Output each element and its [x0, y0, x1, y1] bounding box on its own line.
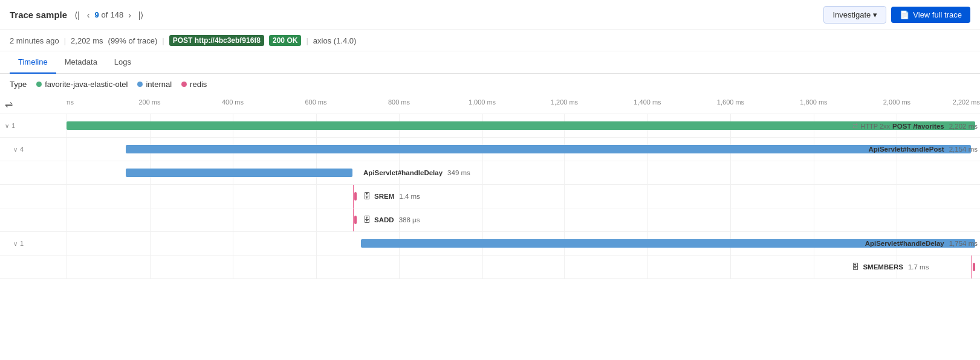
- span-bar: [354, 216, 357, 224]
- span-name: ApiServlet#handleDelay: [363, 169, 443, 176]
- grid-line: [730, 208, 731, 231]
- nav-next-button[interactable]: ›: [126, 9, 134, 21]
- scale-tick: 600 ms: [305, 98, 326, 106]
- grid-line: [316, 256, 317, 278]
- grid-line: [482, 161, 483, 184]
- grid-line: [647, 208, 648, 231]
- meta-bar: 2 minutes ago | 2,202 ms (99% of trace) …: [0, 30, 980, 51]
- span-label: 🗄SMEMBERS1.7 ms: [852, 263, 929, 271]
- db-icon: 🗄: [363, 216, 371, 224]
- span-bar: [126, 145, 971, 153]
- grid-line: [814, 208, 814, 231]
- grid-line: [150, 185, 151, 208]
- tab-metadata[interactable]: Metadata: [56, 51, 106, 74]
- of-label: of: [102, 10, 108, 19]
- grid-line: [233, 185, 233, 208]
- span-duration: 2,154 ms: [949, 146, 978, 153]
- view-full-label: View full trace: [913, 10, 962, 19]
- legend-label-redis: redis: [190, 80, 207, 89]
- grid-line: [233, 232, 233, 255]
- type-label: Type: [10, 80, 27, 89]
- page-title: Trace sample: [10, 10, 67, 20]
- timeline-scroll[interactable]: ⇌ 0 ms200 ms400 ms600 ms800 ms1,000 ms1,…: [0, 95, 980, 279]
- scale-tick: 1,600 ms: [717, 98, 744, 106]
- span-name: SREM: [374, 193, 394, 200]
- document-icon: 📄: [900, 10, 909, 19]
- nav-first-button[interactable]: ⟨|: [72, 9, 82, 21]
- grid-line: [316, 208, 317, 231]
- dot-internal: [137, 82, 143, 87]
- table-row: ApiServlet#handleDelay349 ms: [0, 161, 980, 185]
- grid-line: [897, 208, 897, 231]
- row-label: ∨1: [0, 237, 67, 249]
- row-label: ∨4: [0, 143, 67, 155]
- grid-line: [316, 232, 317, 255]
- filter-icon[interactable]: ⇌: [5, 98, 13, 110]
- tab-timeline[interactable]: Timeline: [10, 51, 56, 74]
- row-count: 1: [11, 122, 15, 129]
- table-row: 🗄SMEMBERS1.7 ms: [0, 256, 980, 279]
- nav-prev-button[interactable]: ‹: [85, 9, 92, 21]
- span-label: ApiServlet#handleDelay349 ms: [363, 169, 470, 176]
- grid-line: [814, 256, 814, 278]
- tab-logs[interactable]: Logs: [106, 51, 140, 74]
- grid-line: [67, 161, 67, 184]
- table-row: 🗄SADD388 μs: [0, 208, 980, 232]
- investigate-label: Investigate: [832, 10, 871, 19]
- grid-line: [647, 185, 648, 208]
- span-duration: 2,202 ms: [949, 122, 978, 129]
- row-content: ApiServlet#handleDelay349 ms: [67, 161, 980, 184]
- span-bar: [67, 121, 975, 130]
- investigate-button[interactable]: Investigate ▾: [823, 6, 886, 24]
- nav-controls: ⟨| ‹ 9 of 148 › |⟩: [72, 9, 146, 21]
- header-right: Investigate ▾ 📄 View full trace: [823, 6, 970, 24]
- separator-1: |: [64, 36, 66, 45]
- duration: 2,202 ms: [71, 36, 103, 45]
- legend-label-java: favorite-java-elastic-otel: [45, 80, 128, 89]
- row-content: 🗄SREM1.4 ms: [67, 185, 980, 208]
- row-label: [0, 170, 67, 175]
- row-content: ⇄HTTP 2xxPOST /favorites2,202 ms: [67, 114, 980, 137]
- row-label: ∨1: [0, 120, 67, 132]
- timeline-scale: 0 ms200 ms400 ms600 ms800 ms1,000 ms1,20…: [67, 95, 980, 112]
- scale-tick: 800 ms: [388, 98, 410, 106]
- grid-line: [233, 256, 233, 278]
- collapse-chevron[interactable]: ∨: [5, 123, 9, 129]
- span-label: ⇄HTTP 2xxPOST /favorites2,202 ms: [852, 122, 978, 130]
- timeline-scale-header: ⇌ 0 ms200 ms400 ms600 ms800 ms1,000 ms1,…: [0, 95, 980, 114]
- grid-line: [482, 208, 483, 231]
- row-content: 🗄SMEMBERS1.7 ms: [67, 256, 980, 278]
- grid-line: [399, 256, 400, 278]
- scale-tick: 1,200 ms: [551, 98, 578, 106]
- header: Trace sample ⟨| ‹ 9 of 148 › |⟩ Investig…: [0, 0, 980, 30]
- span-name: ApiServlet#handleDelay: [865, 240, 944, 247]
- collapse-chevron[interactable]: ∨: [13, 146, 18, 153]
- scale-tick: 400 ms: [222, 98, 244, 106]
- table-row: ∨1⇄HTTP 2xxPOST /favorites2,202 ms: [0, 114, 980, 138]
- nav-last-button[interactable]: |⟩: [136, 9, 146, 21]
- scale-tick: 2,000 ms: [883, 98, 910, 106]
- grid-line: [316, 185, 317, 208]
- grid-line: [564, 208, 565, 231]
- grid-line: [897, 185, 897, 208]
- status-badge: 200 OK: [269, 35, 301, 46]
- dot-java: [36, 82, 42, 87]
- row-label: [0, 194, 67, 199]
- dot-redis: [181, 82, 187, 87]
- collapse-chevron[interactable]: ∨: [13, 240, 18, 247]
- http-method-badge: POST http://4bc3ebf916f8: [169, 35, 264, 46]
- row-label: [0, 217, 67, 222]
- grid-line: [564, 256, 565, 278]
- table-row: ∨4ApiServlet#handlePost2,154 ms: [0, 138, 980, 161]
- filter-icon-col: ⇌: [0, 95, 67, 114]
- scale-tick: 1,000 ms: [469, 98, 496, 106]
- row-count: 4: [20, 146, 24, 153]
- table-row: ∨1ApiServlet#handleDelay1,754 ms: [0, 232, 980, 256]
- span-name: SADD: [374, 216, 394, 223]
- grid-line: [233, 208, 233, 231]
- scale-tick: 1,800 ms: [800, 98, 827, 106]
- db-icon: 🗄: [852, 263, 859, 271]
- legend-item-java: favorite-java-elastic-otel: [36, 80, 128, 89]
- current-page: 9: [94, 10, 99, 19]
- view-full-trace-button[interactable]: 📄 View full trace: [891, 7, 970, 23]
